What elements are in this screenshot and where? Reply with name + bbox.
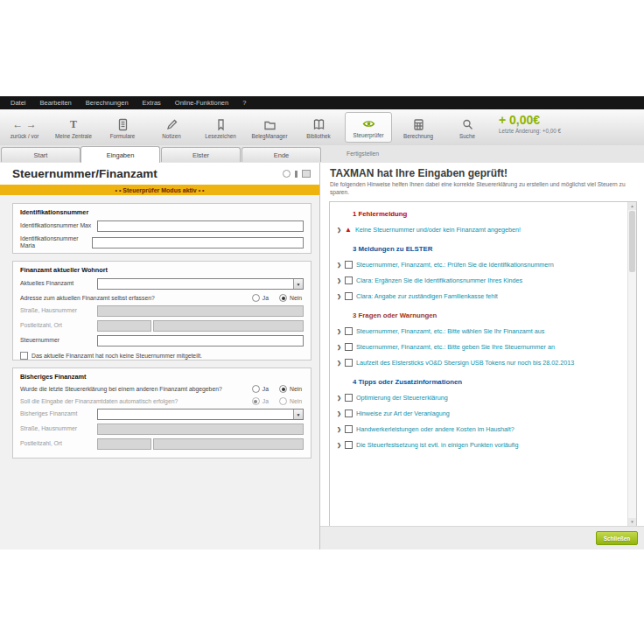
expand-arrow-icon[interactable]: ❯ — [337, 227, 341, 233]
berechnung-button[interactable]: Berechnung — [394, 111, 443, 145]
formulare-button[interactable]: Formulare — [98, 111, 147, 145]
radio-ja[interactable]: Ja — [252, 294, 269, 302]
radio-ja[interactable]: Ja — [252, 385, 269, 393]
expand-arrow-icon[interactable]: ❯ — [337, 328, 341, 334]
result-item: ❯ Handwerkerleistungen oder andere Koste… — [337, 425, 624, 433]
expand-arrow-icon[interactable]: ❯ — [337, 442, 341, 448]
scrollbar[interactable]: ▲ ▼ — [627, 202, 636, 526]
expand-arrow-icon[interactable]: ❯ — [337, 395, 341, 401]
toolbar-label: BelegManager — [252, 133, 288, 139]
result-item: ❯ ▲ Keine Steuernummer und/oder kein Fin… — [337, 226, 624, 234]
radio-nein[interactable]: Nein — [279, 385, 302, 393]
scroll-down-icon[interactable]: ▼ — [628, 518, 636, 526]
section-title: Identifikationsnummer — [20, 208, 304, 216]
item-checkbox[interactable] — [345, 359, 353, 367]
tab-eingaben[interactable]: Eingaben — [80, 146, 160, 163]
result-item-link[interactable]: Keine Steuernummer und/oder kein Finanza… — [355, 226, 521, 234]
radio-label: Ja — [262, 386, 269, 392]
item-checkbox[interactable] — [345, 327, 353, 335]
expand-arrow-icon[interactable]: ❯ — [337, 360, 341, 366]
aktuelles-finanzamt-combobox[interactable]: ▼ — [97, 278, 304, 290]
steuernummer-input[interactable] — [97, 335, 304, 346]
chevron-down-icon[interactable]: ▼ — [293, 279, 303, 289]
back-forward-button[interactable]: ← → zurück / vor — [0, 111, 49, 145]
item-checkbox[interactable] — [345, 261, 353, 269]
meine-zentrale-button[interactable]: T Meine Zentrale — [49, 111, 98, 145]
search-icon — [461, 118, 474, 131]
item-checkbox[interactable] — [345, 425, 353, 433]
bisheriges-finanzamt-combobox[interactable]: ▼ — [97, 409, 304, 420]
tab-bar: Start Eingaben Elster Ende Fertigstellen — [0, 145, 644, 164]
tab-fertigstellen[interactable]: Fertigstellen — [346, 150, 379, 157]
expand-arrow-icon[interactable]: ❯ — [337, 410, 341, 416]
tab-elster[interactable]: Elster — [161, 147, 241, 162]
tab-ende[interactable]: Ende — [242, 147, 321, 162]
steuerpruefer-mode-banner: • • Steuerprüfer Modus aktiv • • — [0, 185, 319, 195]
belegmanager-button[interactable]: BelegManager — [245, 111, 294, 145]
result-item-link[interactable]: Steuernummer, Finanzamt, etc.: Bitte wäh… — [356, 327, 544, 335]
menu-bearbeiten[interactable]: Bearbeiten — [40, 99, 72, 107]
close-button[interactable]: Schließen — [596, 531, 638, 545]
result-item-link[interactable]: Steuernummer, Finanzamt, etc.: Bitte geb… — [356, 343, 555, 351]
notizen-button[interactable]: Notizen — [147, 111, 196, 145]
ort-input — [153, 438, 304, 450]
expand-arrow-icon[interactable]: ❯ — [337, 293, 341, 299]
aktuelles-finanzamt-input[interactable] — [97, 278, 304, 290]
group-title-tipps: 4 Tipps oder Zusatzinformationen — [353, 378, 636, 386]
menu-berechnungen[interactable]: Berechnungen — [86, 99, 129, 107]
tab-start[interactable]: Start — [1, 147, 80, 162]
menu-datei[interactable]: Datei — [10, 99, 26, 107]
toolbar-label: Steuerprüfer — [353, 132, 383, 138]
ident-max-input[interactable] — [97, 220, 304, 232]
item-checkbox[interactable] — [345, 343, 353, 351]
comment-icon[interactable] — [283, 170, 290, 178]
item-checkbox[interactable] — [345, 394, 353, 402]
menu-online-funktionen[interactable]: Online-Funktionen — [175, 99, 228, 107]
result-item-link[interactable]: Clara: Angabe zur zuständigen Familienka… — [356, 292, 498, 300]
ident-maria-input[interactable] — [92, 237, 304, 248]
result-item-link[interactable]: Optimierung der Steuererklärung — [356, 394, 448, 402]
result-item-link[interactable]: Laufzeit des Elstersticks vO&D Sbersign … — [356, 359, 574, 367]
scroll-up-icon[interactable]: ▲ — [628, 202, 636, 210]
question-anderes-finanzamt: Wurde die letzte Steuererklärung bei ein… — [20, 386, 252, 392]
field-label-bisheriges-finanzamt: Bisheriges Finanzamt — [20, 410, 97, 417]
expand-arrow-icon[interactable]: ❯ — [337, 277, 341, 284]
result-item-link[interactable]: Steuernummer, Finanzamt, etc.: Prüfen Si… — [356, 261, 554, 269]
scrollbar-thumb[interactable] — [629, 211, 635, 272]
lesezeichen-button[interactable]: Lesezeichen — [196, 111, 245, 145]
expand-arrow-icon[interactable]: ❯ — [337, 262, 341, 268]
steuerpruefer-button[interactable]: Steuerprüfer — [345, 112, 392, 143]
question-adresse-selbst-erfassen: Adresse zum aktuellen Finanzamt selbst e… — [20, 295, 252, 301]
toolbar-label: zurück / vor — [10, 133, 39, 139]
result-item-link[interactable]: Handwerkerleistungen oder andere Kosten … — [356, 425, 514, 433]
print-icon[interactable] — [302, 170, 311, 178]
item-checkbox[interactable] — [345, 410, 353, 417]
result-item-link[interactable]: Clara: Ergänzen Sie die Identifikationsn… — [356, 276, 522, 284]
radio-nein: Nein — [279, 397, 302, 405]
keine-steuernummer-checkbox[interactable] — [20, 352, 28, 360]
warning-icon: ▲ — [345, 227, 352, 234]
result-item-link[interactable]: Hinweise zur Art der Veranlagung — [356, 410, 450, 417]
bisheriges-finanzamt-input[interactable] — [97, 409, 304, 420]
group-title-fragen-warnungen: 3 Fragen oder Warnungen — [353, 312, 636, 319]
item-checkbox[interactable] — [345, 441, 353, 449]
bibliothek-button[interactable]: Bibliothek — [294, 111, 343, 145]
bookmark-icon[interactable] — [295, 171, 298, 178]
item-checkbox[interactable] — [345, 276, 353, 284]
item-checkbox[interactable] — [345, 292, 353, 300]
section-title: Finanzamt aktueller Wohnort — [20, 266, 304, 274]
menu-extras[interactable]: Extras — [143, 99, 161, 107]
result-item-link[interactable]: Die Steuerfestsetzung ist evtl. in einig… — [356, 441, 518, 449]
expand-arrow-icon[interactable]: ❯ — [337, 344, 341, 350]
page-title: Steuernummer/Finanzamt — [12, 167, 158, 180]
suche-button[interactable]: Suche — [443, 111, 492, 145]
radio-nein[interactable]: Nein — [279, 294, 302, 302]
toolbar-label: Formulare — [110, 133, 136, 139]
results-title: TAXMAN hat Ihre Eingaben geprüft! — [330, 167, 508, 179]
toolbar-label: Meine Zentrale — [55, 133, 92, 139]
radio-label: Nein — [290, 386, 302, 392]
menu-help[interactable]: ? — [242, 99, 246, 107]
bookmark-icon — [214, 118, 228, 131]
expand-arrow-icon[interactable]: ❯ — [337, 426, 341, 432]
chevron-down-icon[interactable]: ▼ — [293, 410, 303, 419]
